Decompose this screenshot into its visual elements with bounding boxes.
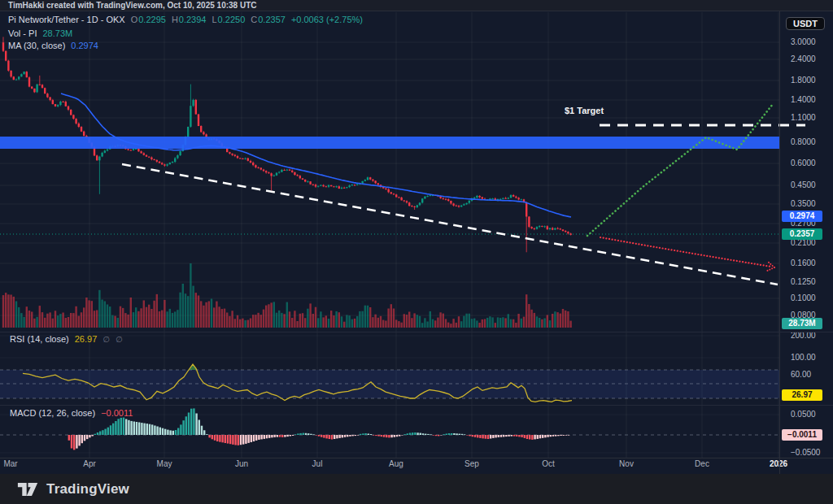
chart-canvas[interactable]	[0, 0, 833, 504]
month-label: 2026	[762, 459, 795, 468]
price-axis-label: 0.1250	[791, 277, 816, 287]
price-axis-label: 1.1000	[791, 113, 816, 123]
tradingview-logo-text: TradingView	[46, 481, 129, 497]
month-label: Jul	[301, 459, 334, 468]
bearish-arrowhead-icon	[765, 261, 774, 272]
price-axis-label: 3.0000	[791, 37, 816, 47]
month-label: May	[148, 459, 181, 468]
attribution-text: TimHakki created with TradingView.com, O…	[8, 1, 257, 10]
month-label: Oct	[532, 459, 565, 468]
rsi-legend[interactable]: RSI (14, close) 26.97 ∅ ∅	[10, 334, 123, 344]
price-axis-label: 0.1600	[791, 259, 816, 268]
bearish-projection-line[interactable]	[600, 237, 771, 267]
currency-badge[interactable]: USDT	[786, 17, 825, 30]
macd-label: MACD (12, 26, close)	[10, 408, 95, 418]
volume-value: 28.73M	[42, 28, 72, 38]
price-axis-label: 0.4500	[791, 180, 816, 190]
price-axis-label: 2.4000	[791, 54, 816, 64]
ohlc-open: O0.2295	[131, 15, 166, 24]
descending-trendline[interactable]	[122, 164, 778, 285]
macd-legend[interactable]: MACD (12, 26, close) −0.0011	[10, 408, 133, 418]
ohlc-close: C0.2357	[251, 15, 286, 24]
tradingview-snapshot: TimHakki created with TradingView.com, O…	[0, 0, 833, 504]
macd-axis-label: 0.0500	[791, 410, 816, 419]
rsi-hidden-icon[interactable]: ∅	[102, 335, 110, 344]
symbol-legend[interactable]: Pi Network/Tether - 1D - OKX O0.2295 H0.…	[8, 15, 363, 24]
symbol-title[interactable]: Pi Network/Tether - 1D - OKX	[8, 15, 125, 24]
bullish-projection-line[interactable]	[587, 104, 773, 236]
rsi-line[interactable]	[23, 364, 572, 402]
ohlc-high: H0.2394	[172, 15, 207, 24]
ma30-line[interactable]	[61, 93, 571, 217]
volume-legend[interactable]: Vol - PI 28.73M	[8, 28, 72, 38]
macd-histogram	[68, 408, 570, 450]
snapshot-footer: TradingView	[0, 474, 833, 504]
ma-value-badge: 0.2974	[782, 211, 822, 222]
month-label: Dec	[686, 459, 718, 468]
ma-label: MA (30, close)	[8, 41, 65, 50]
ohlc-low: L0.2250	[212, 15, 245, 24]
price-axis-label: 0.6000	[791, 159, 816, 168]
price-axis-label: 1.8000	[791, 76, 816, 85]
rsi-overbought-fill	[189, 364, 197, 370]
macd-value-badge: −0.0011	[782, 429, 822, 441]
axis-separator	[0, 458, 833, 458]
rsi-value-badge: 26.97	[782, 389, 822, 401]
price-axis-label: 0.1000	[791, 293, 816, 303]
macd-value: −0.0011	[101, 408, 133, 418]
price-axis-label: 0.3500	[791, 199, 816, 209]
month-label: Nov	[610, 459, 643, 468]
volume-value-badge: 28.73M	[782, 318, 822, 329]
price-axis-label: 0.8000	[791, 137, 816, 147]
price-target-label[interactable]: $1 Target	[565, 106, 604, 115]
volume-label: Vol - PI	[8, 28, 37, 38]
month-label: Sep	[456, 459, 488, 468]
candles-layer	[2, 37, 572, 252]
pane-separator[interactable]	[0, 405, 833, 406]
snapshot-header: TimHakki created with TradingView.com, O…	[0, 0, 833, 11]
rsi-axis-label: 100.00	[791, 353, 816, 363]
change-value: +0.0063 (+2.75%)	[291, 15, 363, 24]
rsi-hidden-icon[interactable]: ∅	[116, 335, 123, 344]
rsi-band	[0, 370, 779, 398]
rsi-axis-label: 60.00	[791, 370, 811, 380]
rsi-label: RSI (14, close)	[10, 334, 69, 344]
month-label: Aug	[380, 459, 412, 468]
supply-zone-band[interactable]	[0, 137, 779, 149]
tradingview-logo-icon	[17, 481, 39, 497]
month-label: Mar	[0, 459, 27, 468]
last-price-badge: 0.2357	[782, 228, 822, 240]
grid-layer	[0, 12, 779, 458]
ma-legend[interactable]: MA (30, close) 0.2974	[8, 41, 98, 50]
month-label: Jun	[225, 459, 258, 468]
ma-value: 0.2974	[71, 41, 98, 50]
rsi-value: 26.97	[75, 334, 98, 344]
volume-layer	[2, 263, 572, 328]
price-axis-label: 1.4000	[791, 95, 816, 105]
pane-separator[interactable]	[0, 332, 833, 332]
month-label: Apr	[73, 459, 106, 468]
macd-axis-label: −0.0500	[791, 448, 820, 458]
